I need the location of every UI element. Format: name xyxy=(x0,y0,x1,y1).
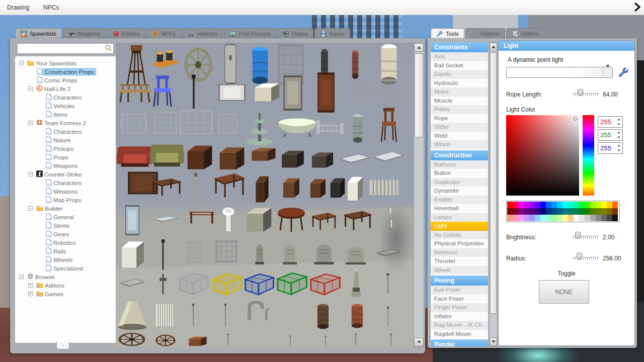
collapse-icon[interactable]: − xyxy=(28,172,33,176)
prop-wheel-dark[interactable] xyxy=(118,332,146,346)
palette-swatch[interactable] xyxy=(590,208,596,215)
palette-swatch[interactable] xyxy=(540,208,546,215)
slider-thumb[interactable] xyxy=(575,232,581,239)
palette-swatch[interactable] xyxy=(507,215,513,221)
tree-item-characters[interactable]: Characters xyxy=(15,127,116,136)
palette-swatch[interactable] xyxy=(529,215,535,221)
prop-bar-stool[interactable] xyxy=(123,44,149,87)
prop-thin-pole-4[interactable] xyxy=(354,333,357,346)
palette-swatch[interactable] xyxy=(518,215,524,221)
collapse-icon[interactable]: − xyxy=(28,121,33,125)
prop-round-table[interactable] xyxy=(277,207,306,233)
palette-swatch[interactable] xyxy=(601,208,607,215)
prop-wooden-bench[interactable] xyxy=(118,83,151,104)
palette-swatch[interactable] xyxy=(612,215,618,221)
collapse-icon[interactable]: − xyxy=(28,206,33,211)
palette-swatch[interactable] xyxy=(590,202,596,208)
palette-swatch[interactable] xyxy=(568,202,574,208)
tree-item-characters[interactable]: Characters xyxy=(15,178,116,187)
prop-metal-tray[interactable] xyxy=(120,276,145,289)
prop-glass-door[interactable] xyxy=(317,72,335,113)
prop-bed-frame[interactable] xyxy=(316,118,344,138)
palette-swatch[interactable] xyxy=(579,215,585,221)
tab-options[interactable]: Options xyxy=(465,28,505,39)
tool-item-physical-properties[interactable]: Physical Properties xyxy=(431,239,488,248)
prop-thin-pole-5[interactable] xyxy=(389,333,392,346)
prop-metal-gate[interactable] xyxy=(379,79,403,102)
blue-value-input[interactable]: 255 xyxy=(598,142,623,154)
tree-item-weapons[interactable]: Weapons xyxy=(15,161,116,170)
prop-cage-yellow[interactable] xyxy=(211,271,243,296)
tab-spawnlists[interactable]: Spawnlists xyxy=(15,28,62,39)
palette-swatch[interactable] xyxy=(601,215,607,221)
palette-swatch[interactable] xyxy=(507,202,513,208)
prop-dark-crate[interactable] xyxy=(280,148,306,168)
menu-item-npcs[interactable]: NPCs xyxy=(43,4,59,11)
prop-red-couch[interactable] xyxy=(117,144,153,170)
prop-wire-fence-2[interactable] xyxy=(154,111,177,134)
tool-item-face-poser[interactable]: Face Poser xyxy=(431,295,488,304)
prop-metal-gate-2[interactable] xyxy=(187,241,202,264)
green-value-input[interactable]: 255 xyxy=(598,129,623,141)
tool-item-button[interactable]: Button xyxy=(431,169,488,178)
palette-swatch[interactable] xyxy=(546,202,551,208)
slider-thumb[interactable] xyxy=(577,253,582,260)
scroll-down-button[interactable] xyxy=(490,337,497,346)
prop-wheel-2[interactable] xyxy=(155,334,176,346)
prop-wood-table-2[interactable] xyxy=(311,210,337,231)
prop-gravestone-wide[interactable] xyxy=(313,240,335,265)
tool-item-emitter[interactable]: Emitter xyxy=(431,196,488,205)
palette-swatch[interactable] xyxy=(596,202,601,208)
prop-garden-fountain[interactable] xyxy=(246,109,274,146)
tool-item-rag-mover-ik-ch[interactable]: Rag Mover - IK Ch... xyxy=(431,321,488,330)
search-box[interactable] xyxy=(17,43,114,54)
tree-item-items[interactable]: Items xyxy=(15,110,116,119)
prop-wood-cabinet[interactable] xyxy=(185,142,214,170)
prop-wood-tray[interactable] xyxy=(250,146,278,161)
menu-item-drawing[interactable]: Drawing xyxy=(7,4,29,11)
palette-swatch[interactable] xyxy=(513,202,518,208)
palette-swatch[interactable] xyxy=(529,202,535,208)
tree-item-counter-strike[interactable]: −Counter-Strike xyxy=(15,170,116,178)
tree-item-characters[interactable]: Characters xyxy=(15,93,116,102)
tool-item-hoverball[interactable]: Hoverball xyxy=(431,204,488,213)
brightness-slider[interactable] xyxy=(573,232,599,240)
prop-boat-oar[interactable] xyxy=(192,172,199,207)
prop-lamp-shade[interactable] xyxy=(117,300,148,331)
tree-item-half-life-2[interactable]: −Half-Life 2 xyxy=(15,84,116,93)
prop-rebar-1[interactable] xyxy=(191,303,195,327)
palette-swatch[interactable] xyxy=(518,208,524,215)
palette-swatch[interactable] xyxy=(551,202,557,208)
prop-cross-post[interactable] xyxy=(158,273,168,295)
prop-pedestal-sink[interactable] xyxy=(219,205,237,234)
hue-slider[interactable] xyxy=(583,115,594,196)
tree-item-weapons[interactable]: Weapons xyxy=(15,187,116,196)
tool-item-finger-poser[interactable]: Finger Poser xyxy=(431,303,488,312)
prop-wood-table-3[interactable] xyxy=(343,208,372,231)
prop-tall-cabinet[interactable] xyxy=(255,172,270,204)
palette-swatch[interactable] xyxy=(579,208,585,215)
tool-item-wheel[interactable]: Wheel xyxy=(431,266,488,275)
prop-rusty-barrel[interactable] xyxy=(314,303,332,330)
radius-slider[interactable] xyxy=(573,253,599,261)
prop-water-heater[interactable] xyxy=(350,113,365,144)
tree-item-pickups[interactable]: Pickups xyxy=(15,144,116,153)
palette-swatch[interactable] xyxy=(607,215,612,221)
tool-item-ragdoll-mover[interactable]: Ragdoll Mover xyxy=(431,330,488,339)
prop-washing-machine[interactable] xyxy=(120,238,146,269)
palette-swatch[interactable] xyxy=(535,215,540,221)
prop-bathtub[interactable] xyxy=(278,116,317,138)
prop-night-stand[interactable] xyxy=(309,176,327,199)
palette-swatch[interactable] xyxy=(518,202,524,208)
tree-item-rails[interactable]: Rails xyxy=(15,247,116,255)
palette-swatch[interactable] xyxy=(568,208,574,215)
palette-swatch[interactable] xyxy=(540,215,546,221)
prop-writing-desk[interactable] xyxy=(213,169,246,199)
palette-swatch[interactable] xyxy=(612,202,618,208)
palette-swatch[interactable] xyxy=(574,215,579,221)
tab-npcs[interactable]: NPCs xyxy=(146,28,181,39)
tree-item-addons[interactable]: +Addons xyxy=(15,281,116,290)
prop-obelisk-monument[interactable] xyxy=(348,267,364,298)
palette-swatch[interactable] xyxy=(513,208,518,215)
tree-item-robotics[interactable]: Robotics xyxy=(15,238,116,247)
